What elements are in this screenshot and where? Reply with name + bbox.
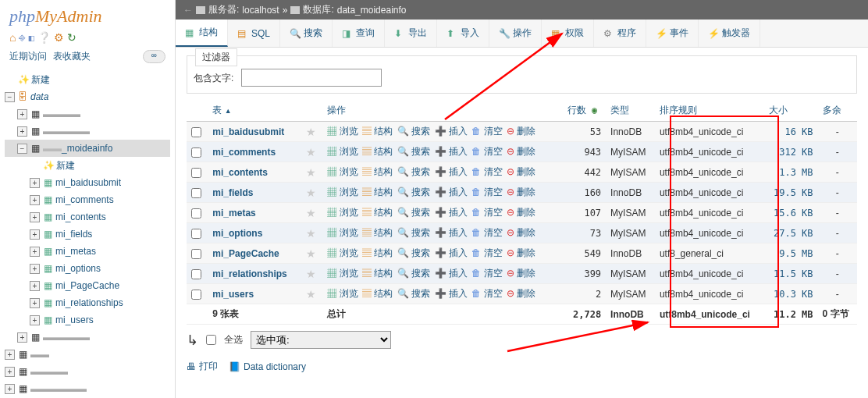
- tree-table[interactable]: +▦mi_PageCache: [5, 277, 170, 294]
- row-check[interactable]: [191, 188, 201, 198]
- row-check[interactable]: [191, 208, 201, 219]
- search-link[interactable]: 🔍 搜索: [397, 166, 430, 177]
- row-check[interactable]: [191, 249, 201, 259]
- table-name-link[interactable]: mi_users: [212, 289, 254, 300]
- insert-link[interactable]: ➕ 插入: [435, 288, 468, 299]
- drop-link[interactable]: ⊖ 删除: [507, 126, 535, 137]
- structure-link[interactable]: ▤ 结构: [362, 288, 393, 299]
- drop-link[interactable]: ⊖ 删除: [507, 288, 535, 299]
- browse-link[interactable]: ▦ 浏览: [327, 166, 358, 177]
- insert-link[interactable]: ➕ 插入: [435, 207, 468, 218]
- insert-link[interactable]: ➕ 插入: [435, 268, 468, 279]
- col-type[interactable]: 类型: [606, 100, 655, 122]
- home-icon[interactable]: ⌂: [9, 31, 16, 44]
- tab-6[interactable]: 🔧操作: [489, 20, 542, 47]
- nav-left-icon[interactable]: ←: [183, 5, 193, 16]
- tab-9[interactable]: ⚡事件: [646, 20, 699, 47]
- row-check[interactable]: [191, 229, 201, 239]
- check-all[interactable]: [206, 335, 216, 345]
- sql-icon[interactable]: ◧: [28, 31, 34, 44]
- tab-7[interactable]: ▦权限: [542, 20, 594, 47]
- search-link[interactable]: 🔍 搜索: [397, 227, 430, 238]
- search-link[interactable]: 🔍 搜索: [397, 268, 430, 279]
- search-link[interactable]: 🔍 搜索: [397, 146, 430, 157]
- structure-link[interactable]: ▤ 结构: [362, 187, 393, 197]
- browse-link[interactable]: ▦ 浏览: [327, 247, 358, 258]
- drop-link[interactable]: ⊖ 删除: [507, 247, 535, 258]
- structure-link[interactable]: ▤ 结构: [362, 146, 393, 157]
- table-name-link[interactable]: mi_baidusubmit: [212, 126, 284, 137]
- tab-3[interactable]: ◨查询: [333, 20, 385, 47]
- browse-link[interactable]: ▦ 浏览: [327, 146, 358, 157]
- row-check[interactable]: [191, 127, 201, 137]
- empty-link[interactable]: 🗑 清空: [471, 288, 502, 299]
- search-link[interactable]: 🔍 搜索: [397, 288, 430, 299]
- tab-8[interactable]: ⚙程序: [594, 20, 646, 47]
- col-size[interactable]: 大小: [764, 100, 818, 122]
- tree-hidden-6[interactable]: +▦▬▬▬▬▬▬: [5, 380, 170, 397]
- tree-table[interactable]: +▦mi_contents: [5, 208, 170, 226]
- structure-link[interactable]: ▤ 结构: [362, 166, 393, 177]
- tree-db-data[interactable]: −🗄data: [5, 88, 170, 105]
- breadcrumb-server[interactable]: localhost: [242, 5, 279, 16]
- drop-link[interactable]: ⊖ 删除: [507, 187, 535, 197]
- filter-input[interactable]: [241, 69, 382, 87]
- browse-link[interactable]: ▦ 浏览: [327, 227, 358, 238]
- tab-0[interactable]: ▦结构: [176, 20, 228, 47]
- empty-link[interactable]: 🗑 清空: [471, 166, 502, 177]
- structure-link[interactable]: ▤ 结构: [362, 207, 393, 218]
- tab-4[interactable]: ⬇导出: [385, 20, 437, 47]
- tab-1[interactable]: ▤SQL: [228, 20, 280, 47]
- tree-table[interactable]: +▦mi_fields: [5, 226, 170, 243]
- table-name-link[interactable]: mi_comments: [212, 147, 276, 158]
- structure-link[interactable]: ▤ 结构: [362, 126, 393, 137]
- col-overhead[interactable]: 多余: [818, 100, 857, 122]
- reload-icon[interactable]: ↻: [67, 31, 76, 44]
- col-rows[interactable]: 行数 ◉: [563, 100, 606, 122]
- drop-link[interactable]: ⊖ 删除: [507, 268, 535, 279]
- docs-icon[interactable]: ❔: [37, 31, 51, 44]
- tree-table[interactable]: +▦mi_comments: [5, 191, 170, 208]
- tree-hidden-2[interactable]: +▦▬▬▬▬▬: [5, 123, 170, 140]
- check-all-label[interactable]: 全选: [224, 333, 243, 346]
- tree-new-db[interactable]: ✨新建: [5, 71, 170, 88]
- table-name-link[interactable]: mi_metas: [212, 208, 255, 219]
- tree-hidden-1[interactable]: +▦▬▬▬▬: [5, 105, 170, 123]
- star-icon[interactable]: ★: [306, 207, 316, 219]
- tree-table[interactable]: +▦mi_baidusubmit: [5, 174, 170, 191]
- settings-icon[interactable]: ⚙: [54, 31, 64, 44]
- tab-2[interactable]: 🔍搜索: [280, 20, 333, 47]
- structure-link[interactable]: ▤ 结构: [362, 268, 393, 279]
- browse-link[interactable]: ▦ 浏览: [327, 187, 358, 197]
- tree-db-moidea[interactable]: −▦▬▬_moideainfo: [5, 140, 170, 157]
- star-icon[interactable]: ★: [306, 227, 316, 240]
- search-link[interactable]: 🔍 搜索: [397, 187, 430, 197]
- star-icon[interactable]: ★: [306, 268, 316, 280]
- star-icon[interactable]: ★: [306, 126, 316, 138]
- tab-10[interactable]: ⚡触发器: [699, 20, 760, 47]
- table-name-link[interactable]: mi_options: [212, 228, 262, 239]
- tab-favorites[interactable]: 表收藏夹: [53, 50, 91, 63]
- star-icon[interactable]: ★: [306, 166, 316, 179]
- drop-link[interactable]: ⊖ 删除: [507, 227, 535, 238]
- search-link[interactable]: 🔍 搜索: [397, 126, 430, 137]
- tree-hidden-5[interactable]: +▦▬▬▬▬: [5, 363, 170, 380]
- tab-recent[interactable]: 近期访问: [9, 50, 47, 63]
- data-dictionary-link[interactable]: 📘Data dictionary: [229, 360, 306, 373]
- star-icon[interactable]: ★: [306, 146, 316, 158]
- empty-link[interactable]: 🗑 清空: [471, 146, 502, 157]
- insert-link[interactable]: ➕ 插入: [435, 227, 468, 238]
- with-selected[interactable]: 选中项:: [251, 331, 391, 349]
- browse-link[interactable]: ▦ 浏览: [327, 288, 358, 299]
- insert-link[interactable]: ➕ 插入: [435, 166, 468, 177]
- row-check[interactable]: [191, 147, 201, 158]
- tree-table[interactable]: +▦mi_metas: [5, 243, 170, 260]
- search-link[interactable]: 🔍 搜索: [397, 207, 430, 218]
- empty-link[interactable]: 🗑 清空: [471, 227, 502, 238]
- tab-5[interactable]: ⬆导入: [437, 20, 489, 47]
- star-icon[interactable]: ★: [306, 187, 316, 199]
- info-icon[interactable]: ◉: [592, 105, 597, 115]
- insert-link[interactable]: ➕ 插入: [435, 247, 468, 258]
- drop-link[interactable]: ⊖ 删除: [507, 166, 535, 177]
- tree-table[interactable]: +▦mi_users: [5, 311, 170, 329]
